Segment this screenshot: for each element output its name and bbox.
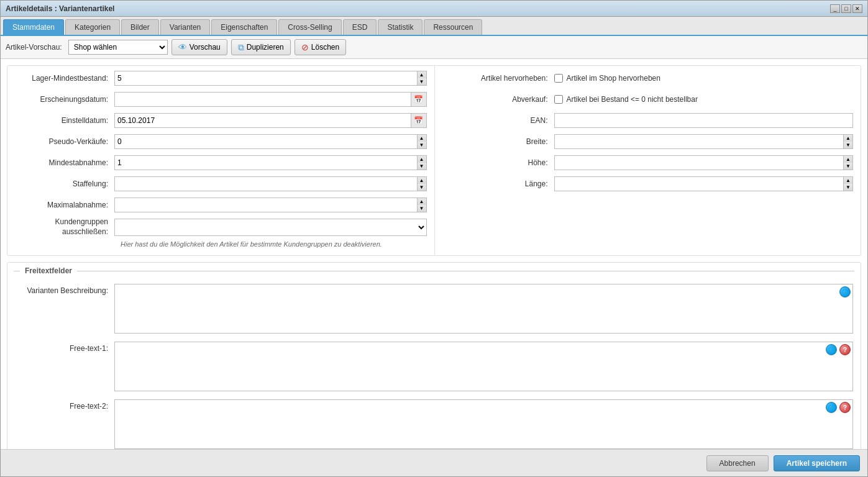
tab-esd[interactable]: ESD	[343, 19, 377, 35]
breite-input[interactable]	[554, 134, 844, 149]
kundengruppen-select[interactable]	[114, 219, 427, 236]
lager-down[interactable]: ▼	[418, 78, 426, 85]
erscheinungsdatum-row: Erscheinungsdatum: 📅	[15, 91, 427, 108]
hoehe-spinner: ▲ ▼	[843, 155, 853, 170]
erscheinungsdatum-calendar-btn[interactable]: 📅	[411, 92, 427, 107]
free-text-1-textarea[interactable]	[114, 342, 853, 391]
varianten-beschreibung-textarea[interactable]	[114, 284, 853, 334]
main-content: Lager-Mindestbestand: ▲ ▼ Erscheinungsda…	[1, 59, 867, 449]
einstelldatum-wrapper: 📅	[114, 113, 427, 128]
tab-bilder[interactable]: Bilder	[121, 19, 159, 35]
maximize-button[interactable]: □	[841, 4, 851, 13]
laenge-up[interactable]: ▲	[844, 177, 852, 184]
staffelung-wrapper: ▲ ▼	[114, 176, 427, 191]
window-title: Artikeldetails : Variantenartikel	[6, 4, 114, 13]
lager-up[interactable]: ▲	[418, 71, 426, 78]
maximalabnahme-down[interactable]: ▼	[418, 205, 426, 212]
maximalabnahme-up[interactable]: ▲	[418, 198, 426, 205]
tab-eigenschaften[interactable]: Eigenschaften	[211, 19, 277, 35]
einstelldatum-row: Einstelldatum: 📅	[15, 112, 427, 129]
toolbar: Artikel-Vorschau: Shop wählen 👁 Vorschau…	[1, 36, 867, 59]
close-button[interactable]: ✕	[852, 4, 862, 13]
einstelldatum-calendar-btn[interactable]: 📅	[411, 113, 427, 128]
globe-icon-varianten[interactable]: 🌐	[839, 286, 851, 298]
freitextfelder-header: Freitextfelder	[7, 263, 861, 279]
freitextfelder-label: Freitextfelder	[25, 266, 72, 275]
artikel-speichern-button[interactable]: Artikel speichern	[774, 455, 860, 471]
laenge-down[interactable]: ▼	[844, 184, 852, 191]
erscheinungsdatum-input[interactable]	[114, 92, 411, 107]
free-text-1-row: Free-text-1: 🌐 ?	[15, 342, 853, 393]
form-grid: Lager-Mindestbestand: ▲ ▼ Erscheinungsda…	[7, 66, 861, 255]
breite-up[interactable]: ▲	[844, 135, 852, 142]
artikel-hervorheben-checkbox-wrapper: Artikel im Shop hervorheben	[554, 74, 660, 83]
vorschau-label: Vorschau	[190, 43, 221, 52]
abverkauf-text: Artikel bei Bestand <= 0 nicht bestellba…	[567, 95, 698, 104]
mindestabnahme-down[interactable]: ▼	[418, 163, 426, 170]
tab-kategorien[interactable]: Kategorien	[65, 19, 120, 35]
pseudo-down[interactable]: ▼	[418, 142, 426, 148]
shop-select-wrapper[interactable]: Shop wählen	[68, 40, 168, 55]
lager-input[interactable]	[114, 71, 417, 86]
copy-icon: ⧉	[238, 42, 244, 53]
free-text-1-icons: 🌐 ?	[826, 344, 851, 355]
minimize-button[interactable]: _	[830, 4, 840, 13]
einstelldatum-input[interactable]	[114, 113, 411, 128]
tab-statistik[interactable]: Statistik	[378, 19, 423, 35]
artikel-hervorheben-checkbox[interactable]	[554, 74, 563, 83]
globe-icon-freetext1[interactable]: 🌐	[826, 344, 837, 355]
staffelung-input[interactable]	[114, 176, 417, 191]
help-icon-freetext2[interactable]: ?	[839, 402, 851, 413]
artikel-hervorheben-label: Artikel hervorheben:	[442, 74, 554, 83]
pseudo-wrapper: ▲ ▼	[114, 134, 427, 149]
freitextfelder-section: Freitextfelder Varianten Beschreibung: 🌐	[7, 262, 861, 449]
pseudo-input[interactable]	[114, 134, 417, 149]
abverkauf-checkbox[interactable]	[554, 95, 563, 104]
hoehe-up[interactable]: ▲	[844, 156, 852, 163]
free-text-2-wrapper: 🌐 ?	[114, 399, 853, 449]
shop-select[interactable]: Shop wählen	[68, 40, 168, 55]
hoehe-input[interactable]	[554, 155, 844, 170]
abbrechen-button[interactable]: Abbrechen	[706, 455, 769, 471]
breite-label: Breite:	[442, 137, 554, 146]
duplizieren-button[interactable]: ⧉ Duplizieren	[231, 39, 291, 55]
tab-cross-selling[interactable]: Cross-Selling	[278, 19, 341, 35]
free-text-2-textarea[interactable]	[114, 399, 853, 449]
ean-input[interactable]	[554, 113, 854, 128]
lager-input-wrapper: ▲ ▼	[114, 71, 427, 86]
tab-ressourcen[interactable]: Ressourcen	[424, 19, 482, 35]
kundengruppen-select-wrapper	[114, 219, 427, 236]
loeschen-button[interactable]: ⊘ Löschen	[295, 39, 346, 55]
title-bar: Artikeldetails : Variantenartikel _ □ ✕	[1, 1, 867, 17]
tab-stammdaten[interactable]: Stammdaten	[3, 19, 64, 35]
free-text-2-icons: 🌐 ?	[826, 402, 851, 413]
mindestabnahme-up[interactable]: ▲	[418, 156, 426, 163]
pseudo-up[interactable]: ▲	[418, 135, 426, 142]
free-text-1-wrapper: 🌐 ?	[114, 342, 853, 393]
lager-label: Lager-Mindestbestand:	[15, 74, 114, 83]
mindestabnahme-input[interactable]	[114, 155, 417, 170]
laenge-input[interactable]	[554, 176, 844, 191]
staffelung-up[interactable]: ▲	[418, 177, 426, 184]
maximalabnahme-input[interactable]	[114, 198, 417, 212]
abverkauf-row: Abverkauf: Artikel bei Bestand <= 0 nich…	[442, 91, 854, 108]
tab-varianten[interactable]: Varianten	[160, 19, 210, 35]
abverkauf-label: Abverkauf:	[442, 95, 554, 104]
breite-down[interactable]: ▼	[844, 142, 852, 148]
free-text-2-label: Free-text-2:	[15, 399, 114, 411]
header-line-right	[77, 271, 854, 271]
hoehe-down[interactable]: ▼	[844, 163, 852, 170]
einstelldatum-label: Einstelldatum:	[15, 116, 114, 125]
staffelung-down[interactable]: ▼	[418, 184, 426, 191]
duplizieren-label: Duplizieren	[247, 43, 284, 52]
preview-label: Artikel-Vorschau:	[6, 43, 62, 52]
laenge-row: Länge: ▲ ▼	[442, 175, 854, 193]
varianten-beschreibung-icons: 🌐	[839, 286, 851, 298]
ean-label: EAN:	[442, 116, 554, 125]
mindestabnahme-spinner: ▲ ▼	[417, 155, 427, 170]
globe-icon-freetext2[interactable]: 🌐	[826, 402, 837, 413]
mindestabnahme-row: Mindestabnahme: ▲ ▼	[15, 154, 427, 171]
help-icon-freetext1[interactable]: ?	[839, 344, 851, 355]
loeschen-label: Löschen	[311, 43, 339, 52]
vorschau-button[interactable]: 👁 Vorschau	[171, 39, 227, 55]
